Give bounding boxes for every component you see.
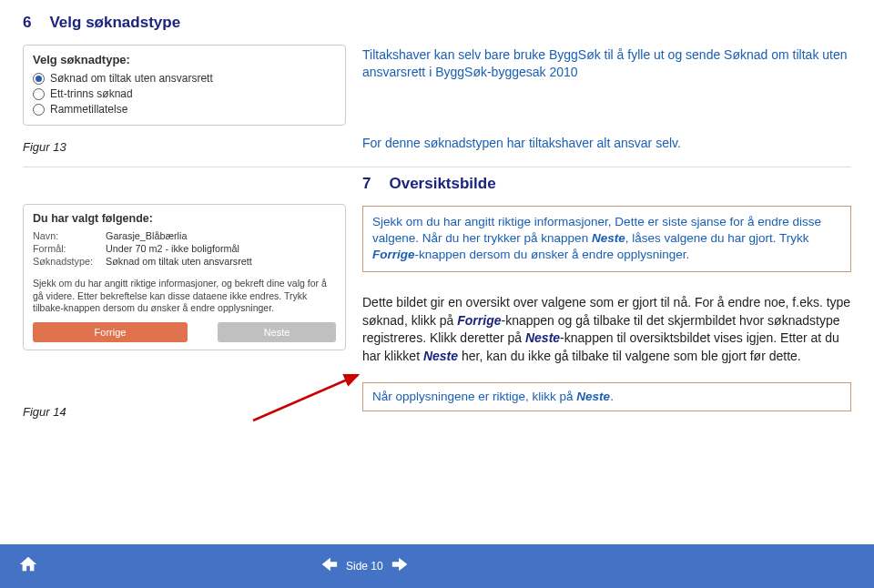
body-em-neste-2: Neste bbox=[423, 349, 458, 363]
box2-text-b: . bbox=[610, 390, 614, 403]
arrow-left-icon[interactable] bbox=[319, 554, 339, 578]
section-7-box-1: Sjekk om du har angitt riktige informasj… bbox=[362, 206, 851, 272]
box2-text-a: Når opplysningene er riktige, klikk på bbox=[372, 390, 576, 403]
radio-option-2[interactable]: Ett-trinns søknad bbox=[33, 87, 336, 100]
section-7-number: 7 bbox=[362, 175, 371, 193]
radio-label: Rammetillatelse bbox=[50, 103, 127, 116]
section-6-ansvar: For denne søknadstypen har tiltakshaver … bbox=[362, 135, 851, 152]
box2-neste-word: Neste bbox=[576, 390, 610, 403]
overview-name-val: Garasje_Blåbærlia bbox=[106, 230, 336, 241]
overview-formal-val: Under 70 m2 - ikke boligformål bbox=[106, 243, 336, 254]
overview-name-key: Navn: bbox=[33, 230, 106, 241]
section-7-body: Dette bildet gir en oversikt over valgen… bbox=[362, 294, 851, 367]
overview-type-key: Søknadstype: bbox=[33, 256, 106, 267]
footer-bar: Side 10 bbox=[0, 544, 874, 588]
body-part-d: her, kan du ikke gå tilbake til valgene … bbox=[458, 349, 801, 363]
section-6-title: Velg søknadstype bbox=[49, 14, 180, 32]
radio-icon bbox=[33, 88, 45, 100]
figure-14-overview-panel: Du har valgt følgende: Navn: Garasje_Blå… bbox=[23, 204, 346, 350]
box1-text-c: -knappen dersom du ønsker å endre opplys… bbox=[415, 248, 690, 261]
overview-formal-key: Formål: bbox=[33, 243, 106, 254]
overview-type-val: Søknad om tiltak uten ansvarsrett bbox=[106, 256, 336, 267]
radio-label: Ett-trinns søknad bbox=[50, 87, 133, 100]
radio-icon bbox=[33, 73, 45, 85]
radio-icon bbox=[33, 104, 45, 116]
neste-button[interactable]: Neste bbox=[218, 322, 336, 342]
body-em-neste-1: Neste bbox=[525, 330, 560, 345]
radio-option-3[interactable]: Rammetillatelse bbox=[33, 103, 336, 116]
radio-option-1[interactable]: Søknad om tiltak uten ansvarsrett bbox=[33, 72, 336, 85]
box1-neste-word: Neste bbox=[592, 231, 625, 245]
body-em-forrige: Forrige bbox=[457, 313, 501, 328]
home-icon[interactable] bbox=[18, 554, 38, 578]
arrow-right-icon[interactable] bbox=[391, 554, 411, 578]
radio-panel-heading: Velg søknadtype: bbox=[33, 53, 336, 66]
section-6-intro: Tiltakshaver kan selv bare bruke ByggSøk… bbox=[362, 46, 851, 81]
overview-instruction: Sjekk om du har angitt riktige informasj… bbox=[33, 278, 336, 315]
section-7-title: Oversiktsbilde bbox=[389, 175, 495, 193]
overview-heading: Du har valgt følgende: bbox=[33, 212, 336, 225]
page-number-label: Side 10 bbox=[346, 560, 383, 573]
forrige-button[interactable]: Forrige bbox=[33, 322, 188, 342]
figure-14-caption: Figur 14 bbox=[23, 405, 346, 419]
box1-forrige-word: Forrige bbox=[372, 248, 415, 261]
figure-13-radio-panel: Velg søknadtype: Søknad om tiltak uten a… bbox=[23, 45, 346, 126]
radio-label: Søknad om tiltak uten ansvarsrett bbox=[50, 72, 213, 85]
section-7-box-2: Når opplysningene er riktige, klikk på N… bbox=[362, 382, 851, 411]
figure-13-caption: Figur 13 bbox=[23, 140, 346, 154]
box1-text-b: , låses valgene du har gjort. Trykk bbox=[625, 231, 809, 245]
section-6-number: 6 bbox=[23, 14, 31, 32]
